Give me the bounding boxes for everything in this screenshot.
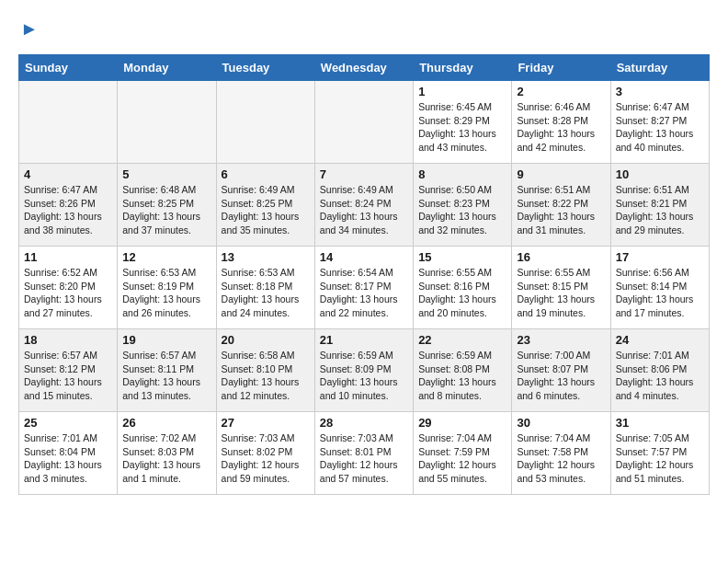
day-info: Sunrise: 6:51 AMSunset: 8:21 PMDaylight:… xyxy=(616,183,704,237)
day-info: Sunrise: 6:59 AMSunset: 8:08 PMDaylight:… xyxy=(418,349,506,403)
calendar-cell: 7Sunrise: 6:49 AMSunset: 8:24 PMDaylight… xyxy=(314,164,413,247)
day-info: Sunrise: 6:58 AMSunset: 8:10 PMDaylight:… xyxy=(222,349,310,403)
page-header: ► xyxy=(18,18,710,40)
day-info: Sunrise: 6:47 AMSunset: 8:27 PMDaylight:… xyxy=(616,100,704,155)
day-info: Sunrise: 6:52 AMSunset: 8:20 PMDaylight:… xyxy=(24,266,112,320)
day-number: 8 xyxy=(418,167,506,181)
weekday-header-tuesday: Tuesday xyxy=(216,55,314,81)
calendar-cell: 14Sunrise: 6:54 AMSunset: 8:17 PMDayligh… xyxy=(314,247,413,329)
day-info: Sunrise: 6:56 AMSunset: 8:14 PMDaylight:… xyxy=(616,266,704,320)
calendar-cell: 8Sunrise: 6:50 AMSunset: 8:23 PMDaylight… xyxy=(414,164,512,247)
day-number: 30 xyxy=(517,416,605,430)
logo-arrow-icon: ► xyxy=(20,18,39,40)
calendar-cell: 13Sunrise: 6:53 AMSunset: 8:18 PMDayligh… xyxy=(216,247,314,329)
weekday-header-friday: Friday xyxy=(512,55,610,81)
day-number: 29 xyxy=(418,416,506,430)
day-info: Sunrise: 7:01 AMSunset: 8:06 PMDaylight:… xyxy=(616,349,704,403)
day-number: 23 xyxy=(517,333,605,347)
calendar-cell xyxy=(19,81,118,164)
calendar-cell: 26Sunrise: 7:02 AMSunset: 8:03 PMDayligh… xyxy=(118,412,216,495)
calendar-week-row: 1Sunrise: 6:45 AMSunset: 8:29 PMDaylight… xyxy=(19,81,710,164)
day-info: Sunrise: 7:05 AMSunset: 7:57 PMDaylight:… xyxy=(616,431,704,486)
day-info: Sunrise: 6:48 AMSunset: 8:25 PMDaylight:… xyxy=(122,183,210,237)
day-info: Sunrise: 7:04 AMSunset: 7:59 PMDaylight:… xyxy=(418,431,506,486)
day-info: Sunrise: 7:04 AMSunset: 7:58 PMDaylight:… xyxy=(517,431,605,486)
calendar-week-row: 11Sunrise: 6:52 AMSunset: 8:20 PMDayligh… xyxy=(19,247,710,329)
weekday-header-thursday: Thursday xyxy=(414,55,512,81)
logo: ► xyxy=(18,18,39,40)
day-number: 18 xyxy=(24,333,112,347)
calendar-cell: 10Sunrise: 6:51 AMSunset: 8:21 PMDayligh… xyxy=(610,164,709,247)
day-number: 22 xyxy=(418,333,506,347)
calendar-cell: 24Sunrise: 7:01 AMSunset: 8:06 PMDayligh… xyxy=(610,329,709,412)
day-number: 11 xyxy=(24,250,112,264)
day-number: 5 xyxy=(122,167,210,181)
calendar-cell: 22Sunrise: 6:59 AMSunset: 8:08 PMDayligh… xyxy=(414,329,512,412)
day-info: Sunrise: 6:57 AMSunset: 8:12 PMDaylight:… xyxy=(24,349,112,403)
calendar-cell: 29Sunrise: 7:04 AMSunset: 7:59 PMDayligh… xyxy=(414,412,512,495)
day-info: Sunrise: 6:50 AMSunset: 8:23 PMDaylight:… xyxy=(418,183,506,237)
day-info: Sunrise: 6:46 AMSunset: 8:28 PMDaylight:… xyxy=(517,100,605,155)
calendar-cell: 11Sunrise: 6:52 AMSunset: 8:20 PMDayligh… xyxy=(19,247,118,329)
calendar-cell: 5Sunrise: 6:48 AMSunset: 8:25 PMDaylight… xyxy=(118,164,216,247)
day-number: 13 xyxy=(222,250,310,264)
day-info: Sunrise: 6:57 AMSunset: 8:11 PMDaylight:… xyxy=(122,349,210,403)
calendar-week-row: 18Sunrise: 6:57 AMSunset: 8:12 PMDayligh… xyxy=(19,329,710,412)
day-info: Sunrise: 6:54 AMSunset: 8:17 PMDaylight:… xyxy=(320,266,408,320)
day-info: Sunrise: 7:03 AMSunset: 8:02 PMDaylight:… xyxy=(222,431,310,486)
calendar-table: SundayMondayTuesdayWednesdayThursdayFrid… xyxy=(18,54,710,495)
day-number: 2 xyxy=(517,85,605,98)
calendar-cell: 21Sunrise: 6:59 AMSunset: 8:09 PMDayligh… xyxy=(314,329,413,412)
day-number: 19 xyxy=(122,333,210,347)
day-number: 7 xyxy=(320,167,408,181)
day-number: 16 xyxy=(517,250,605,264)
day-info: Sunrise: 6:49 AMSunset: 8:25 PMDaylight:… xyxy=(222,183,310,237)
day-info: Sunrise: 6:49 AMSunset: 8:24 PMDaylight:… xyxy=(320,183,408,237)
day-info: Sunrise: 6:53 AMSunset: 8:19 PMDaylight:… xyxy=(122,266,210,320)
day-info: Sunrise: 6:47 AMSunset: 8:26 PMDaylight:… xyxy=(24,183,112,237)
calendar-cell: 31Sunrise: 7:05 AMSunset: 7:57 PMDayligh… xyxy=(610,412,709,495)
day-info: Sunrise: 6:59 AMSunset: 8:09 PMDaylight:… xyxy=(320,349,408,403)
calendar-cell: 18Sunrise: 6:57 AMSunset: 8:12 PMDayligh… xyxy=(19,329,118,412)
calendar-cell: 4Sunrise: 6:47 AMSunset: 8:26 PMDaylight… xyxy=(19,164,118,247)
day-number: 9 xyxy=(517,167,605,181)
calendar-cell: 6Sunrise: 6:49 AMSunset: 8:25 PMDaylight… xyxy=(216,164,314,247)
weekday-header-sunday: Sunday xyxy=(19,55,118,81)
calendar-week-row: 25Sunrise: 7:01 AMSunset: 8:04 PMDayligh… xyxy=(19,412,710,495)
day-info: Sunrise: 6:53 AMSunset: 8:18 PMDaylight:… xyxy=(222,266,310,320)
day-info: Sunrise: 7:00 AMSunset: 8:07 PMDaylight:… xyxy=(517,349,605,403)
day-info: Sunrise: 7:01 AMSunset: 8:04 PMDaylight:… xyxy=(24,431,112,486)
day-info: Sunrise: 6:45 AMSunset: 8:29 PMDaylight:… xyxy=(418,100,506,155)
calendar-cell: 17Sunrise: 6:56 AMSunset: 8:14 PMDayligh… xyxy=(610,247,709,329)
calendar-cell: 20Sunrise: 6:58 AMSunset: 8:10 PMDayligh… xyxy=(216,329,314,412)
calendar-cell: 9Sunrise: 6:51 AMSunset: 8:22 PMDaylight… xyxy=(512,164,610,247)
calendar-cell: 30Sunrise: 7:04 AMSunset: 7:58 PMDayligh… xyxy=(512,412,610,495)
weekday-header-saturday: Saturday xyxy=(610,55,709,81)
calendar-cell xyxy=(314,81,413,164)
calendar-cell: 27Sunrise: 7:03 AMSunset: 8:02 PMDayligh… xyxy=(216,412,314,495)
day-number: 14 xyxy=(320,250,408,264)
day-info: Sunrise: 7:03 AMSunset: 8:01 PMDaylight:… xyxy=(320,431,408,486)
day-number: 10 xyxy=(616,167,704,181)
calendar-cell: 15Sunrise: 6:55 AMSunset: 8:16 PMDayligh… xyxy=(414,247,512,329)
calendar-cell: 3Sunrise: 6:47 AMSunset: 8:27 PMDaylight… xyxy=(610,81,709,164)
day-number: 1 xyxy=(418,85,506,98)
calendar-cell: 28Sunrise: 7:03 AMSunset: 8:01 PMDayligh… xyxy=(314,412,413,495)
day-number: 24 xyxy=(616,333,704,347)
day-info: Sunrise: 7:02 AMSunset: 8:03 PMDaylight:… xyxy=(122,431,210,486)
calendar-cell: 25Sunrise: 7:01 AMSunset: 8:04 PMDayligh… xyxy=(19,412,118,495)
calendar-cell xyxy=(118,81,216,164)
day-number: 21 xyxy=(320,333,408,347)
day-number: 27 xyxy=(222,416,310,430)
weekday-header-wednesday: Wednesday xyxy=(314,55,413,81)
day-number: 28 xyxy=(320,416,408,430)
day-info: Sunrise: 6:51 AMSunset: 8:22 PMDaylight:… xyxy=(517,183,605,237)
calendar-cell: 23Sunrise: 7:00 AMSunset: 8:07 PMDayligh… xyxy=(512,329,610,412)
calendar-cell: 1Sunrise: 6:45 AMSunset: 8:29 PMDaylight… xyxy=(414,81,512,164)
day-info: Sunrise: 6:55 AMSunset: 8:15 PMDaylight:… xyxy=(517,266,605,320)
calendar-cell: 2Sunrise: 6:46 AMSunset: 8:28 PMDaylight… xyxy=(512,81,610,164)
day-number: 12 xyxy=(122,250,210,264)
calendar-cell xyxy=(216,81,314,164)
weekday-header-monday: Monday xyxy=(118,55,216,81)
calendar-cell: 19Sunrise: 6:57 AMSunset: 8:11 PMDayligh… xyxy=(118,329,216,412)
